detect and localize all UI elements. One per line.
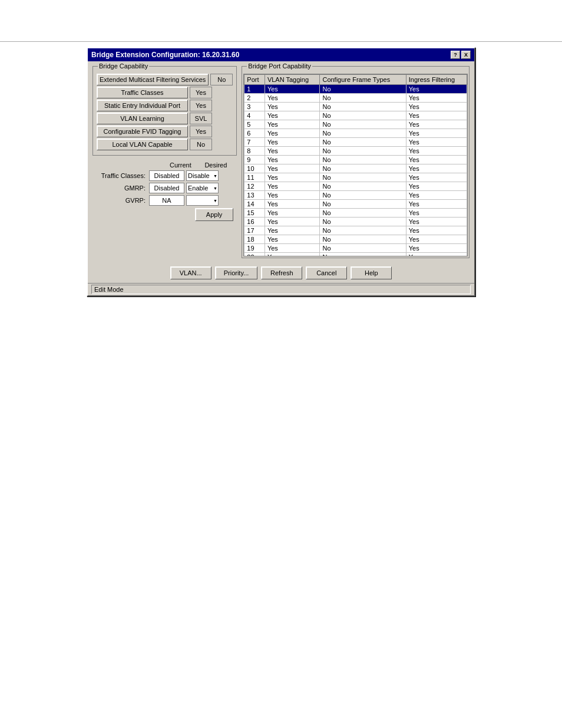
table-row[interactable]: 11YesNoYes — [244, 173, 467, 182]
close-title-button[interactable]: X — [461, 51, 471, 59]
bridge-capability-label: Bridge Capability — [98, 62, 149, 70]
table-cell-0: 17 — [244, 226, 265, 235]
capability-name-btn[interactable]: Local VLAN Capable — [97, 139, 188, 150]
capability-name-btn[interactable]: Static Entry Individual Port — [97, 100, 188, 111]
priority-button[interactable]: Priority... — [215, 266, 258, 279]
table-cell-1: Yes — [265, 111, 320, 120]
table-row[interactable]: 7YesNoYes — [244, 138, 467, 147]
table-row[interactable]: 9YesNoYes — [244, 156, 467, 164]
table-cell-1: Yes — [265, 147, 320, 156]
capability-name-btn[interactable]: Extended Multicast Filtering Services — [97, 74, 209, 85]
help-title-button[interactable]: ? — [451, 51, 460, 59]
table-cell-1: Yes — [265, 138, 320, 147]
apply-button[interactable]: Apply — [195, 208, 234, 221]
table-row[interactable]: 6YesNoYes — [244, 129, 467, 138]
capability-value: No — [210, 74, 233, 85]
table-cell-2: No — [320, 218, 406, 226]
table-row[interactable]: 15YesNoYes — [244, 209, 467, 218]
table-row[interactable]: 3YesNoYes — [244, 103, 467, 111]
page-background: Bridge Extension Configuration: 16.20.31… — [0, 0, 562, 728]
table-cell-0: 11 — [244, 173, 265, 182]
table-cell-3: Yes — [406, 94, 467, 103]
col-desired-label: Desired — [198, 162, 233, 169]
table-cell-2: No — [320, 129, 406, 138]
table-row[interactable]: 18YesNoYes — [244, 235, 467, 244]
table-row[interactable]: 16YesNoYes — [244, 218, 467, 226]
title-bar-buttons: ? X — [451, 51, 471, 59]
table-cell-1: Yes — [265, 182, 320, 191]
cd-field-label: GMRP: — [96, 185, 149, 192]
table-cell-2: No — [320, 111, 406, 120]
table-row[interactable]: 13YesNoYes — [244, 191, 467, 200]
table-row[interactable]: 20YesNoYes — [244, 253, 467, 257]
table-cell-3: Yes — [406, 209, 467, 218]
port-table-container[interactable]: PortVLAN TaggingConfigure Frame TypesIng… — [243, 74, 468, 256]
bridge-capability-group: Bridge Capability Extended Multicast Fil… — [92, 66, 237, 156]
table-cell-0: 3 — [244, 103, 265, 111]
cd-desired-select[interactable]: DisableEnable — [186, 195, 219, 206]
table-row[interactable]: 19YesNoYes — [244, 244, 467, 253]
table-row[interactable]: 12YesNoYes — [244, 182, 467, 191]
table-cell-3: Yes — [406, 235, 467, 244]
table-row[interactable]: 10YesNoYes — [244, 164, 467, 173]
capability-row: VLAN Learning SVL — [97, 113, 233, 124]
cd-field-label: GVRP: — [96, 197, 149, 204]
left-panel: Bridge Capability Extended Multicast Fil… — [92, 66, 237, 258]
table-cell-3: Yes — [406, 218, 467, 226]
table-row[interactable]: 4YesNoYes — [244, 111, 467, 120]
table-cell-1: Yes — [265, 218, 320, 226]
bridge-capability-content: Extended Multicast Filtering Services No… — [93, 71, 236, 155]
capability-value: Yes — [190, 126, 212, 137]
table-cell-1: Yes — [265, 253, 320, 257]
capability-row: Configurable FVID Tagging Yes — [97, 126, 233, 137]
cd-current-value: Disabled — [149, 170, 184, 181]
cd-desired-select[interactable]: DisableEnable — [186, 170, 219, 181]
table-cell-1: Yes — [265, 120, 320, 129]
table-row[interactable]: 1YesNoYes — [244, 85, 467, 94]
capability-name-btn[interactable]: VLAN Learning — [97, 113, 188, 124]
table-cell-2: No — [320, 120, 406, 129]
table-cell-1: Yes — [265, 226, 320, 235]
table-cell-3: Yes — [406, 244, 467, 253]
dialog-body: Bridge Capability Extended Multicast Fil… — [88, 61, 474, 263]
table-cell-3: Yes — [406, 182, 467, 191]
table-cell-3: Yes — [406, 200, 467, 209]
col-current-label: Current — [163, 162, 198, 169]
capability-name-btn[interactable]: Configurable FVID Tagging — [97, 126, 188, 137]
refresh-button[interactable]: Refresh — [261, 266, 302, 279]
cd-row: GMRP: Disabled DisableEnable — [96, 183, 233, 193]
cancel-button[interactable]: Cancel — [306, 266, 347, 279]
cd-desired-select[interactable]: DisableEnable — [186, 183, 219, 193]
current-desired-section: Current Desired Traffic Classes: Disable… — [92, 159, 237, 223]
table-cell-0: 5 — [244, 120, 265, 129]
bottom-buttons-row: VLAN...Priority...RefreshCancelHelp — [88, 263, 474, 283]
table-row[interactable]: 17YesNoYes — [244, 226, 467, 235]
table-cell-0: 19 — [244, 244, 265, 253]
cd-current-value: NA — [149, 195, 184, 206]
table-row[interactable]: 14YesNoYes — [244, 200, 467, 209]
table-row[interactable]: 8YesNoYes — [244, 147, 467, 156]
vlan-button[interactable]: VLAN... — [170, 266, 211, 279]
title-bar: Bridge Extension Configuration: 16.20.31… — [88, 48, 474, 61]
capability-rows: Extended Multicast Filtering Services No… — [97, 74, 233, 150]
cd-header-row: Current Desired — [143, 162, 233, 169]
status-bar: Edit Mode — [88, 283, 474, 295]
table-cell-3: Yes — [406, 156, 467, 164]
help-button[interactable]: Help — [351, 266, 392, 279]
table-cell-2: No — [320, 173, 406, 182]
table-cell-1: Yes — [265, 191, 320, 200]
capability-value: Yes — [190, 87, 212, 98]
table-cell-2: No — [320, 244, 406, 253]
bridge-port-capability-label: Bridge Port Capability — [247, 62, 312, 70]
dialog-title: Bridge Extension Configuration: 16.20.31… — [91, 51, 239, 59]
table-cell-2: No — [320, 164, 406, 173]
table-cell-0: 2 — [244, 94, 265, 103]
cd-select-wrapper: DisableEnable — [186, 183, 219, 193]
table-cell-2: No — [320, 138, 406, 147]
table-cell-3: Yes — [406, 138, 467, 147]
table-row[interactable]: 5YesNoYes — [244, 120, 467, 129]
table-cell-0: 12 — [244, 182, 265, 191]
table-cell-3: Yes — [406, 253, 467, 257]
table-row[interactable]: 2YesNoYes — [244, 94, 467, 103]
capability-name-btn[interactable]: Traffic Classes — [97, 87, 188, 98]
